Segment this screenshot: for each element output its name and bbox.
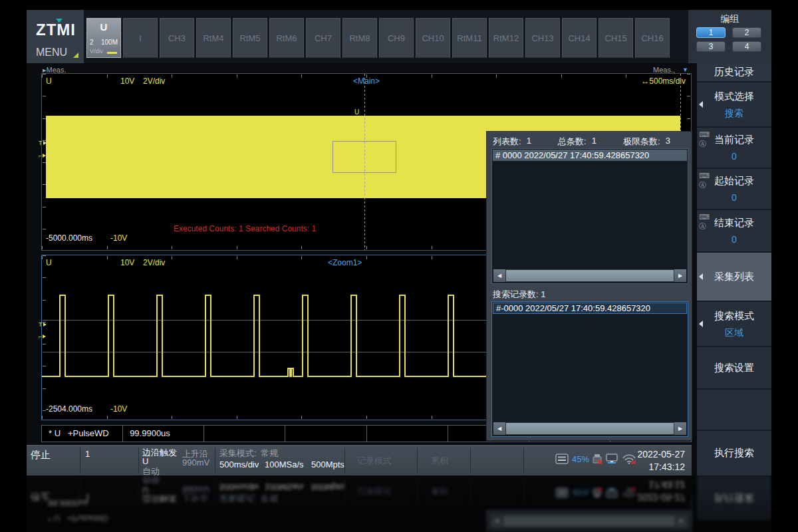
scroll-track[interactable] (505, 422, 674, 435)
channel-tab-rtm12[interactable]: RtM12 (489, 18, 523, 58)
sidebar-item-search-settings[interactable]: 搜索设置 (697, 347, 771, 388)
search-result-list[interactable]: #-0000 2022/05/27 17:40:59.428657320 ◀ ▶ (491, 301, 688, 437)
time-value: 17:43:12 (637, 461, 685, 473)
run-state[interactable]: 停止 (31, 449, 51, 462)
scroll-right-icon[interactable]: ▶ (674, 422, 686, 435)
grouping-title: 编组 (688, 13, 771, 25)
scroll-left-icon[interactable]: ◀ (493, 422, 505, 435)
record-mode-label: 记录模式 (357, 485, 392, 497)
main-channel-label: U (46, 76, 52, 86)
main-timebase-label: ↔500ms/div (641, 76, 686, 86)
channel-tab-rtm8[interactable]: RtM8 (342, 18, 377, 58)
scroll-track[interactable] (505, 269, 674, 282)
channel-tab-rtm4[interactable]: RtM4 (196, 18, 231, 58)
acquisition-mode-label[interactable]: 采集模式: (219, 448, 257, 460)
datetime-display: 2022-05-27 17:43:12 (637, 448, 685, 473)
sidebar-item-execute-search-reflection: 执行搜索 (697, 475, 771, 520)
sidebar-item-start-record[interactable]: ⌨Ⓐ 起始记录 0 (697, 169, 771, 209)
scroll-thumb[interactable] (506, 270, 674, 281)
logo-block: ZTMI MENU (27, 10, 84, 63)
zoom-trigger-marker-icon[interactable]: T (39, 322, 47, 328)
trigger-source: U (142, 456, 148, 466)
search-counts-text: Executed Counts: 1 Searched Counts: 1 (174, 224, 316, 233)
softkey-sidebar: 历史记录 模式选择 搜索 ⌨Ⓐ 当前记录 0 ⌨Ⓐ 起始记录 0 ⌨Ⓐ 结束记录… (697, 63, 771, 475)
channel-tab-i[interactable]: I (123, 18, 158, 58)
limit-count: 极限条数:3 (623, 136, 670, 148)
group-button-3[interactable]: 3 (696, 41, 726, 52)
sidebar-item-execute-search[interactable]: 执行搜索 (697, 431, 771, 475)
group-button-2[interactable]: 2 (732, 27, 761, 38)
trigger-source: U (142, 485, 148, 495)
scroll-left-icon[interactable]: ◀ (493, 269, 505, 282)
main-offset-label: 10V (120, 76, 134, 86)
channel-tab-u[interactable]: U2100MV/div (86, 18, 121, 58)
channel-bandwidth: 100M (101, 39, 118, 46)
scroll-right-icon: ▶ (676, 515, 688, 527)
trigger-type: 边沿触发 (142, 493, 177, 505)
main-scale-label: 2V/div (143, 76, 165, 86)
acquisition-mode: 常规 (261, 492, 278, 504)
measurement-results-row-reflection: * U +PulseWD99.9900us (41, 509, 692, 526)
channel-tab-rtm11[interactable]: RtM11 (452, 18, 487, 58)
softkey-arrow-icon (699, 273, 703, 280)
sidebar-item-acquisition-list[interactable]: 采集列表 (697, 253, 771, 301)
channel-tab-ch13[interactable]: CH13 (525, 18, 560, 58)
acquisition-mode: 常规 (261, 448, 278, 460)
scroll-thumb[interactable] (506, 423, 674, 434)
sidebar-item-search-mode[interactable]: 搜索模式 区域 (697, 302, 771, 346)
usb-icon (593, 487, 602, 498)
channel-tab-ch3[interactable]: CH3 (160, 18, 194, 58)
channel-tab-ch16[interactable]: CH16 (635, 18, 670, 58)
record-length: 500Mpts (311, 460, 344, 469)
jog-knob-icon: Ⓐ (699, 181, 706, 190)
acquisition-list-row[interactable]: # 0000 2022/05/27 17:40:59.428657320 (493, 150, 687, 161)
search-result-row[interactable]: #-0000 2022/05/27 17:40:59.428657320 (493, 303, 687, 314)
accumulate-label: 累积 (431, 485, 448, 497)
ssd-icon (555, 454, 569, 464)
menu-button[interactable]: MENU (36, 47, 67, 59)
group-button-4[interactable]: 4 (732, 41, 761, 52)
channel-position-marker-icon[interactable]: ⌐ (39, 153, 46, 159)
measure-cell-1: * U +PulseWD (42, 426, 123, 442)
scroll-right-icon[interactable]: ▶ (674, 269, 686, 282)
channel-tab-ch14[interactable]: CH14 (562, 18, 597, 58)
measure-cell-3 (204, 426, 285, 442)
measure-cell-5 (367, 426, 448, 442)
acquisition-list-scrollbar[interactable]: ◀ ▶ (493, 269, 686, 282)
trigger-edge: 上升沿 (182, 491, 208, 503)
channel-tab-rtm6[interactable]: RtM6 (269, 18, 304, 58)
active-channel-number: 1 (85, 449, 90, 459)
datetime-display: 2022-05-27 17:43:12 (637, 478, 685, 503)
channel-tab-ch9[interactable]: CH9 (379, 18, 414, 58)
zoom-view-label: <Zoom1> (328, 258, 362, 267)
status-bar-reflection: 停止 1 边沿触发 U 自动 上升沿 990mV 采集模式: 常规 500ms/… (27, 475, 692, 506)
group-button-1[interactable]: 1 (696, 27, 726, 38)
sidebar-item-empty[interactable] (697, 390, 771, 430)
channel-scale-value: 2 (90, 39, 94, 46)
channel-tab-ch15[interactable]: CH15 (598, 18, 633, 58)
accumulate-label: 累积 (431, 455, 448, 467)
zoom-region-box[interactable] (332, 141, 396, 173)
sample-rate: 100MSa/s (265, 482, 304, 492)
sidebar-item-mode-select[interactable]: 模式选择 搜索 (697, 82, 771, 126)
dialog-reflection-strip (486, 510, 692, 532)
screen-reflection-content: 停止 1 边沿触发 U 自动 上升沿 990mV 采集模式: 常规 500ms/… (27, 475, 771, 532)
softkey-arrow-icon (699, 321, 703, 327)
main-cursor-channel-label: U (354, 108, 359, 116)
storage-percent: 45% (572, 488, 589, 498)
acquisition-list[interactable]: # 0000 2022/05/27 17:40:59.428657320 ◀ ▶ (491, 148, 688, 284)
sidebar-item-end-record[interactable]: ⌨Ⓐ 结束记录 0 (697, 210, 771, 251)
channel-tab-rtm5[interactable]: RtM5 (233, 18, 267, 58)
date-value: 2022-05-27 (637, 448, 685, 461)
trigger-level-marker-icon[interactable]: T (39, 140, 47, 146)
brand-logo-mark-icon (56, 19, 63, 23)
jog-knob-icon: Ⓐ (699, 140, 706, 148)
search-list-scrollbar[interactable]: ◀ ▶ (493, 422, 686, 435)
channel-tab-ch10[interactable]: CH10 (416, 18, 450, 58)
menu-corner-icon (73, 53, 78, 58)
top-bar: ZTMI MENU U2100MV/divICH3RtM4RtM5RtM6CH7… (27, 10, 771, 63)
zoom-position-marker-icon[interactable]: ⌐ (39, 334, 46, 340)
acquisition-mode-label: 采集模式: (219, 492, 257, 504)
channel-tab-ch7[interactable]: CH7 (306, 18, 340, 58)
sidebar-item-current-record[interactable]: ⌨Ⓐ 当前记录 0 (697, 128, 771, 168)
